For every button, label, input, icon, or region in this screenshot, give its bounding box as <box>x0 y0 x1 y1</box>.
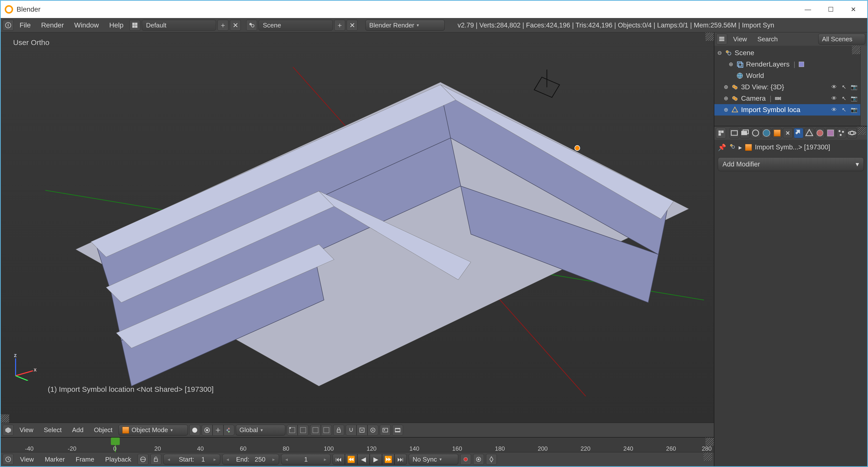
prev-keyframe-button[interactable]: ⏪ <box>345 454 357 465</box>
layers-group-c[interactable] <box>310 425 321 436</box>
timeline-ruler[interactable]: -40 -20 0 20 40 60 80 100 120 140 160 18… <box>1 438 714 453</box>
tab-modifiers[interactable] <box>794 128 803 138</box>
viewport-menu-object[interactable]: Object <box>89 425 117 436</box>
screen-layout-remove-button[interactable]: ✕ <box>230 20 241 31</box>
tab-scene[interactable] <box>751 128 761 138</box>
menu-render[interactable]: Render <box>37 20 68 31</box>
layers-group-b[interactable] <box>298 425 309 436</box>
jump-start-button[interactable]: ⏮ <box>333 454 345 465</box>
pin-icon[interactable]: 📌 <box>718 144 726 151</box>
tab-physics[interactable] <box>847 128 857 138</box>
render-engine-dropdown[interactable]: Blender Render ▾ <box>366 20 445 31</box>
restrict-view-button[interactable]: 👁 <box>830 106 838 114</box>
expander-icon[interactable]: ⊕ <box>723 95 729 102</box>
restrict-render-button[interactable]: 📷 <box>850 94 858 102</box>
minimize-button[interactable]: — <box>797 2 819 16</box>
layers-group-a[interactable] <box>287 425 298 436</box>
area-gripper-icon[interactable] <box>704 453 712 461</box>
snap-element-button[interactable] <box>356 425 367 436</box>
outliner-row-camera[interactable]: ⊕ Camera | 👁 ↖ 📷 <box>714 93 860 104</box>
screen-layout-field[interactable]: Default <box>142 20 216 31</box>
outliner-row-world[interactable]: World <box>714 70 860 82</box>
pivot-center-button[interactable] <box>202 425 213 436</box>
viewport-editor-type-button[interactable] <box>3 425 13 436</box>
outliner-row-import-symbol[interactable]: ⊕ Import Symbol loca 👁 ↖ 📷 <box>714 104 860 116</box>
area-gripper-icon[interactable] <box>852 46 860 54</box>
mode-dropdown[interactable]: Object Mode ▾ <box>119 425 188 436</box>
opengl-render-anim-button[interactable] <box>392 425 403 436</box>
range-lock-button[interactable] <box>137 454 149 465</box>
timeline-menu-view[interactable]: View <box>16 454 38 465</box>
opengl-render-image-button[interactable] <box>380 425 391 436</box>
area-gripper-icon[interactable] <box>706 438 714 446</box>
add-modifier-button[interactable]: Add Modifier ▾ <box>718 157 864 171</box>
sync-mode-dropdown[interactable]: No Sync ▾ <box>409 454 458 465</box>
scene-name-field[interactable]: Scene <box>258 20 333 31</box>
screen-layout-browse-button[interactable] <box>129 20 140 31</box>
layer-buttons-a[interactable] <box>287 425 309 436</box>
timeline-menu-playback[interactable]: Playback <box>101 454 136 465</box>
layer-buttons-b[interactable] <box>310 425 332 436</box>
viewport-menu-select[interactable]: Select <box>39 425 66 436</box>
keying-record-button[interactable] <box>460 454 471 465</box>
keying-set-button[interactable] <box>473 454 484 465</box>
outliner-row-renderlayers[interactable]: ⊕ RenderLayers | <box>714 59 860 70</box>
tab-material[interactable] <box>815 128 825 138</box>
scene-add-button[interactable]: ＋ <box>334 20 345 31</box>
restrict-view-button[interactable]: 👁 <box>830 94 838 102</box>
close-button[interactable]: ✕ <box>842 2 865 16</box>
current-frame-field[interactable]: ◂ 1 ▸ <box>281 454 331 465</box>
3d-viewport[interactable]: User Ortho <box>1 32 714 423</box>
proportional-edit-button[interactable] <box>367 425 378 436</box>
start-frame-field[interactable]: ◂ Start: 1 ▸ <box>163 454 220 465</box>
tab-render-layers[interactable] <box>740 128 750 138</box>
restrict-view-button[interactable]: 👁 <box>830 83 838 91</box>
tab-render[interactable] <box>730 128 739 138</box>
layers-group-d[interactable] <box>321 425 332 436</box>
expander-icon[interactable]: ⊕ <box>723 106 729 113</box>
manipulator-toggle-button[interactable] <box>213 425 223 436</box>
restrict-render-button[interactable]: 📷 <box>850 106 858 114</box>
expander-icon[interactable]: ⊖ <box>717 50 722 56</box>
outliner-editor-type-button[interactable] <box>716 34 727 44</box>
tab-world[interactable] <box>762 128 771 138</box>
tab-constraints[interactable] <box>783 128 793 138</box>
timeline-menu-frame[interactable]: Frame <box>71 454 99 465</box>
menu-file[interactable]: File <box>15 20 35 31</box>
restrict-select-button[interactable]: ↖ <box>840 106 848 114</box>
area-gripper-icon[interactable] <box>1 414 9 423</box>
manipulator-translate-button[interactable] <box>223 425 234 436</box>
tab-object[interactable] <box>772 128 782 138</box>
viewport-menu-view[interactable]: View <box>15 425 38 436</box>
screen-layout-add-button[interactable]: ＋ <box>217 20 228 31</box>
tab-texture[interactable] <box>826 128 835 138</box>
scene-remove-button[interactable]: ✕ <box>347 20 358 31</box>
play-button[interactable]: ▶ <box>370 454 382 465</box>
expander-icon[interactable]: ⊕ <box>728 61 734 67</box>
viewport-menu-add[interactable]: Add <box>67 425 88 436</box>
area-gripper-icon[interactable] <box>706 32 714 41</box>
info-editor-type-button[interactable]: i <box>3 20 13 31</box>
outliner-filter-dropdown[interactable]: All Scenes <box>818 34 865 44</box>
outliner-row-3dview[interactable]: ⊕ 3D View: {3D} 👁 ↖ 📷 <box>714 82 860 93</box>
restrict-select-button[interactable]: ↖ <box>840 83 848 91</box>
lock-camera-button[interactable] <box>333 425 344 436</box>
outliner-menu-search[interactable]: Search <box>753 34 782 44</box>
outliner-row-scene[interactable]: ⊖ Scene <box>714 47 860 59</box>
tab-particles[interactable] <box>837 128 846 138</box>
restrict-render-button[interactable]: 📷 <box>850 83 858 91</box>
keying-insert-button[interactable] <box>486 454 497 465</box>
play-reverse-button[interactable]: ◀ <box>357 454 370 465</box>
outliner-menu-view[interactable]: View <box>729 34 751 44</box>
timeline-editor-type-button[interactable] <box>3 454 13 465</box>
next-keyframe-button[interactable]: ⏩ <box>382 454 395 465</box>
restrict-select-button[interactable]: ↖ <box>840 94 848 102</box>
scene-browse-button[interactable] <box>246 20 257 31</box>
tab-data[interactable] <box>804 128 814 138</box>
maximize-button[interactable]: ☐ <box>819 2 842 16</box>
area-gripper-icon[interactable] <box>858 126 866 135</box>
shading-mode-button[interactable] <box>189 425 200 436</box>
end-frame-field[interactable]: ◂ End: 250 ▸ <box>222 454 279 465</box>
outliner-tree[interactable]: ⊖ Scene ⊕ RenderLayers | <box>714 46 860 126</box>
snap-toggle-button[interactable] <box>346 425 356 436</box>
